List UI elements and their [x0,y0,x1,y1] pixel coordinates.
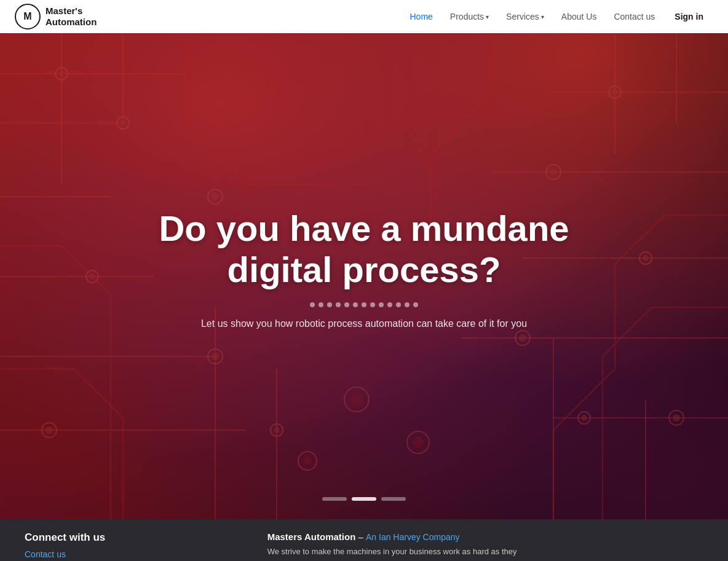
footer-company-name: Masters Automation [267,532,356,542]
dot-3 [327,302,332,307]
dot-12 [405,302,410,307]
footer-left: Connect with us Contact us [25,532,243,560]
nav-item-services: Services ▾ [499,8,552,25]
footer-contact-link[interactable]: Contact us [25,549,66,559]
svg-point-42 [519,334,526,342]
brand-logo-icon: M [15,4,41,29]
signin-button[interactable]: Sign in [665,8,713,25]
hero-subtitle: Let us show you how robotic process auto… [130,318,598,329]
dot-4 [336,302,341,307]
nav-link-about[interactable]: About Us [554,8,604,25]
dot-9 [379,302,384,307]
svg-point-50 [413,437,424,448]
dot-13 [413,302,418,307]
svg-text:M: M [23,11,31,22]
dot-10 [387,302,392,307]
hero-title: Do you have a mundane digital process? [130,208,598,290]
nav-link-services[interactable]: Services ▾ [499,8,552,25]
dot-2 [318,302,323,307]
footer-company-sub: An Ian Harvey Company [366,532,460,542]
dot-11 [396,302,401,307]
svg-point-52 [303,457,312,465]
indicator-1[interactable] [322,497,347,501]
svg-point-44 [581,415,587,421]
footer-connect-title: Connect with us [25,532,243,544]
dot-5 [344,302,349,307]
svg-point-38 [550,168,557,176]
footer: Connect with us Contact us Masters Autom… [0,519,728,561]
nav-item-about: About Us [554,8,604,25]
svg-point-30 [212,353,219,360]
nav-link-contact[interactable]: Contact us [606,8,662,25]
hero-decorative-dots [130,302,598,307]
svg-point-22 [58,71,65,77]
nav-menu: Home Products ▾ Services ▾ About Us Cont… [403,8,714,25]
svg-point-40 [643,255,649,261]
svg-point-24 [120,120,126,126]
indicator-2[interactable] [352,497,376,501]
footer-right: Masters Automation – An Ian Harvey Compa… [267,532,703,558]
indicator-3[interactable] [381,497,406,501]
nav-item-products: Products ▾ [443,8,496,25]
products-dropdown-icon: ▾ [486,14,489,20]
nav-item-contact: Contact us [606,8,662,25]
brand-text: Master's Automation [46,6,97,28]
carousel-indicators [322,497,406,501]
hero-section: Do you have a mundane digital process? L… [0,0,728,519]
brand-logo-link[interactable]: M Master's Automation [15,4,97,29]
footer-description: We strive to make the machines in your b… [267,546,703,558]
footer-dash: – [358,532,366,542]
svg-point-26 [212,193,219,200]
services-dropdown-icon: ▾ [541,14,544,20]
footer-company-line: Masters Automation – An Ian Harvey Compa… [267,532,703,542]
nav-link-home[interactable]: Home [403,8,440,25]
dot-7 [362,302,366,307]
nav-item-signin: Sign in [665,8,713,25]
dot-8 [370,302,375,307]
nav-link-products[interactable]: Products ▾ [443,8,496,25]
svg-point-32 [274,427,280,433]
dot-6 [353,302,358,307]
svg-point-48 [350,393,363,406]
svg-point-46 [673,414,680,422]
svg-point-34 [46,426,53,434]
nav-item-home: Home [403,8,440,25]
hero-content: Do you have a mundane digital process? L… [118,208,610,329]
dot-1 [310,302,315,307]
navbar: M Master's Automation Home Products ▾ Se… [0,0,728,33]
svg-point-36 [612,89,618,95]
